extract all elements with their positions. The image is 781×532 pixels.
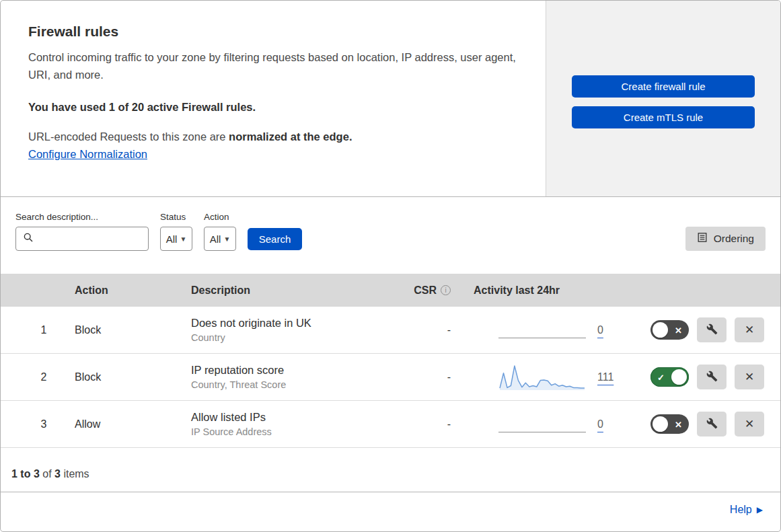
ordering-button[interactable]: Ordering: [685, 227, 766, 251]
search-button[interactable]: Search: [248, 228, 302, 250]
hero-actions-panel: Create firewall rule Create mTLS rule: [546, 1, 780, 196]
rule-action: Block: [71, 324, 187, 336]
page-title: Firewall rules: [28, 24, 525, 40]
rules-table: Action Description CSRi Activity last 24…: [1, 274, 780, 448]
normalization-text: URL-encoded Requests to this zone are: [28, 130, 229, 143]
search-label: Search description...: [15, 212, 149, 222]
rule-activity-cell: 0: [468, 410, 643, 439]
toggle-knob: [671, 369, 687, 385]
activity-count-link[interactable]: 0: [597, 418, 603, 430]
enable-toggle[interactable]: ✓ ✕: [650, 320, 689, 340]
toggle-knob: [653, 416, 668, 432]
status-dropdown[interactable]: All ▼: [160, 227, 192, 251]
ordering-list-icon: [697, 232, 708, 245]
rule-controls: ✓ ✕ ✕: [643, 365, 764, 389]
action-dropdown-value: All: [210, 233, 221, 245]
rule-controls: ✓ ✕ ✕: [643, 317, 764, 342]
delete-rule-button[interactable]: ✕: [735, 317, 764, 342]
search-icon: [23, 232, 34, 245]
activity-count-link[interactable]: 111: [597, 371, 613, 383]
edit-rule-button[interactable]: [697, 317, 727, 342]
normalization-bold-text: normalized at the edge.: [229, 130, 352, 143]
configure-normalization-link[interactable]: Configure Normalization: [28, 148, 147, 161]
ordering-button-label: Ordering: [714, 233, 754, 245]
delete-rule-button[interactable]: ✕: [735, 365, 764, 389]
toggle-knob: [653, 322, 668, 338]
rule-description: IP reputation score: [191, 364, 408, 377]
create-firewall-rule-button[interactable]: Create firewall rule: [572, 75, 755, 98]
pagination-summary: 1 to 3 of 3 items: [1, 448, 780, 492]
info-icon[interactable]: i: [441, 285, 451, 295]
rule-fields: Country, Threat Score: [191, 379, 408, 390]
table-header: Action Description CSRi Activity last 24…: [1, 274, 780, 307]
firewall-rules-panel: Firewall rules Control incoming traffic …: [0, 0, 781, 532]
search-input-box: [15, 227, 149, 251]
csr-header-label: CSR: [414, 284, 437, 297]
action-dropdown[interactable]: All ▼: [204, 227, 236, 251]
x-icon: ✕: [675, 420, 682, 428]
rule-fields: Country: [191, 332, 408, 343]
rule-csr-value: -: [408, 371, 468, 383]
check-icon: ✓: [657, 373, 665, 381]
rule-description-cell: Allow listed IPs IP Source Address: [187, 411, 408, 437]
status-label: Status: [160, 212, 192, 222]
rule-priority: 1: [17, 324, 71, 336]
column-header-activity: Activity last 24hr: [468, 284, 643, 297]
help-label: Help: [730, 504, 752, 516]
status-dropdown-value: All: [166, 233, 178, 245]
edit-rule-button[interactable]: [697, 412, 727, 436]
x-icon: ✕: [745, 370, 754, 384]
table-row: 1 Block Does not originate in UK Country…: [1, 307, 780, 354]
activity-count-link[interactable]: 0: [597, 324, 603, 336]
create-mtls-rule-button[interactable]: Create mTLS rule: [572, 106, 755, 128]
page-description: Control incoming traffic to your zone by…: [28, 49, 525, 83]
hero-text: Firewall rules Control incoming traffic …: [1, 1, 546, 196]
wrench-icon: [706, 418, 718, 431]
x-icon: ✕: [745, 417, 754, 431]
wrench-icon: [706, 324, 718, 337]
help-link[interactable]: Help▶: [730, 504, 763, 516]
column-header-csr: CSRi: [408, 284, 468, 297]
table-body: 1 Block Does not originate in UK Country…: [1, 307, 780, 448]
chevron-down-icon: ▼: [223, 235, 230, 243]
rule-description-cell: Does not originate in UK Country: [187, 317, 408, 343]
search-field: Search description...: [15, 212, 149, 251]
activity-sparkline: [498, 363, 586, 392]
rule-action: Block: [71, 371, 187, 383]
column-header-description: Description: [187, 284, 408, 297]
delete-rule-button[interactable]: ✕: [735, 412, 764, 436]
wrench-icon: [706, 371, 718, 384]
rule-priority: 3: [17, 418, 71, 430]
rule-action: Allow: [71, 418, 187, 430]
rule-controls: ✓ ✕ ✕: [643, 412, 764, 436]
help-bar: Help▶: [1, 492, 780, 527]
rule-activity-cell: 111: [468, 363, 643, 392]
of-text: of: [40, 468, 54, 480]
x-icon: ✕: [675, 326, 682, 334]
search-input[interactable]: [38, 233, 148, 245]
filter-bar: Search description... Status All ▼ Actio…: [1, 197, 780, 274]
enable-toggle[interactable]: ✓ ✕: [650, 367, 689, 387]
rule-description-cell: IP reputation score Country, Threat Scor…: [187, 364, 408, 390]
rule-csr-value: -: [408, 324, 468, 336]
activity-sparkline: [498, 410, 586, 439]
rule-activity-cell: 0: [468, 315, 643, 345]
column-header-action: Action: [71, 284, 187, 297]
status-filter: Status All ▼: [160, 212, 192, 251]
chevron-down-icon: ▼: [180, 235, 186, 243]
table-row: 2 Block IP reputation score Country, Thr…: [1, 354, 780, 401]
help-arrow-icon: ▶: [757, 505, 763, 515]
enable-toggle[interactable]: ✓ ✕: [650, 414, 689, 434]
items-text: items: [61, 468, 89, 480]
hero-section: Firewall rules Control incoming traffic …: [1, 1, 780, 197]
activity-sparkline: [498, 315, 586, 345]
normalization-note: URL-encoded Requests to this zone are no…: [28, 130, 525, 143]
rule-csr-value: -: [408, 418, 468, 430]
action-label: Action: [204, 212, 236, 222]
table-row: 3 Allow Allow listed IPs IP Source Addre…: [1, 401, 780, 448]
rule-description: Allow listed IPs: [191, 411, 408, 424]
edit-rule-button[interactable]: [697, 365, 727, 389]
usage-note: You have used 1 of 20 active Firewall ru…: [28, 101, 525, 114]
rule-description: Does not originate in UK: [191, 317, 408, 330]
x-icon: ✕: [745, 323, 754, 337]
